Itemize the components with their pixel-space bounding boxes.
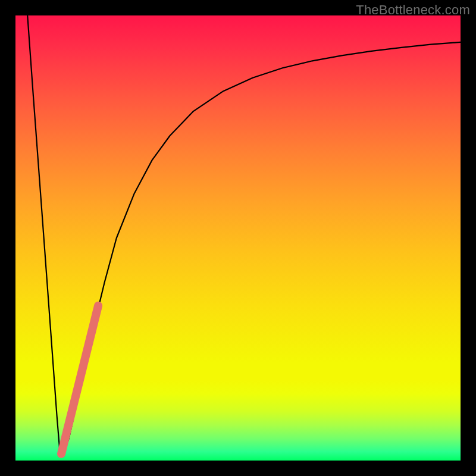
chart-svg [15, 15, 461, 461]
chart-frame: TheBottleneck.com [0, 0, 476, 476]
highlight-range-marker [61, 306, 98, 454]
plot-area [15, 15, 461, 461]
watermark-text: TheBottleneck.com [356, 2, 470, 18]
bottleneck-percent-curve [27, 15, 461, 455]
